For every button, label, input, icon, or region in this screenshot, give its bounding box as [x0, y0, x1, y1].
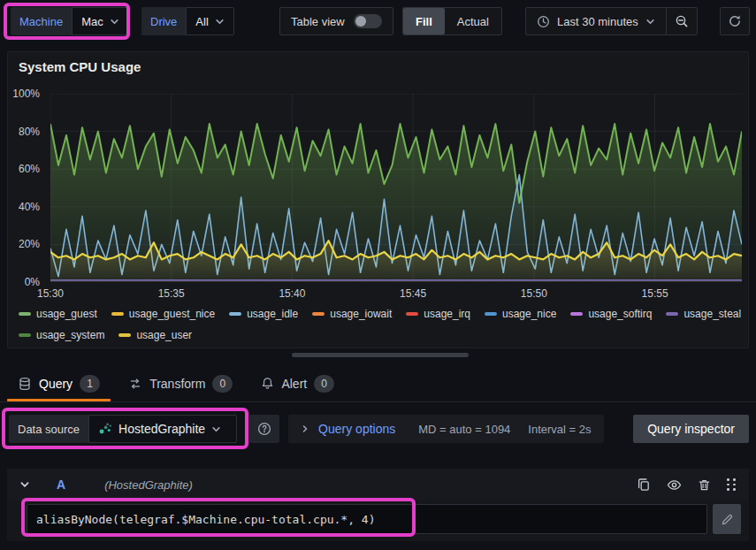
- query-row-datasource: (HostedGraphite): [104, 478, 193, 492]
- chart-legend: usage_guestusage_guest_niceusage_idleusa…: [19, 305, 744, 344]
- x-tick-label: 15:35: [158, 287, 185, 300]
- toggle-text-edit-button[interactable]: [713, 504, 741, 534]
- query-row-card: A (HostedGraphite): [7, 469, 749, 541]
- query-inspector-button[interactable]: Query inspector: [633, 415, 749, 443]
- legend-label: usage_guest_nice: [129, 305, 215, 323]
- legend-item[interactable]: usage_irq: [406, 305, 470, 323]
- datasource-row: Data source HostedGraphite Qu: [9, 415, 749, 443]
- collapse-chevron-icon[interactable]: [19, 479, 30, 490]
- tab-transform-count: 0: [212, 375, 233, 393]
- duplicate-query-icon[interactable]: [637, 477, 651, 492]
- interval-info: Interval = 2s: [528, 423, 591, 436]
- max-datapoints-info: MD = auto = 1094: [418, 423, 510, 436]
- graphite-datasource-icon: [98, 422, 112, 436]
- zoom-out-icon[interactable]: [667, 8, 697, 34]
- legend-swatch: [19, 312, 31, 316]
- drive-variable-group: Drive All: [141, 7, 234, 35]
- x-tick-label: 15:45: [400, 287, 426, 300]
- y-tick-label: 20%: [19, 238, 40, 250]
- refresh-button[interactable]: [720, 7, 750, 35]
- legend-label: usage_irq: [424, 305, 470, 323]
- legend-item[interactable]: usage_steal: [666, 305, 741, 323]
- legend-label: usage_nice: [502, 305, 556, 323]
- cpu-usage-panel: System CPU Usage 100%80%60%40%20%0% 15:3…: [7, 51, 749, 348]
- y-tick-label: 80%: [19, 126, 40, 138]
- time-picker-group: Last 30 minutes: [525, 7, 698, 35]
- legend-label: usage_steal: [683, 305, 741, 323]
- legend-item[interactable]: usage_guest_nice: [111, 305, 215, 323]
- delete-query-trash-icon[interactable]: [698, 478, 711, 492]
- drive-variable-dropdown[interactable]: All: [186, 7, 233, 35]
- legend-item[interactable]: usage_guest: [19, 305, 97, 323]
- legend-item[interactable]: usage_softirq: [570, 305, 652, 323]
- horizontal-scrollbar[interactable]: [292, 353, 469, 357]
- graphite-query-input[interactable]: [27, 504, 707, 534]
- legend-label: usage_guest: [36, 305, 97, 323]
- fill-actual-segmented: Fill Actual: [402, 7, 502, 35]
- legend-label: usage_system: [36, 326, 104, 344]
- drive-variable-value: All: [195, 15, 208, 28]
- pencil-icon: [721, 513, 734, 526]
- table-view-label: Table view: [291, 15, 345, 28]
- legend-swatch: [406, 312, 418, 316]
- machine-variable-label: Machine: [11, 7, 72, 35]
- legend-item[interactable]: usage_iowait: [312, 305, 392, 323]
- y-tick-label: 0%: [25, 276, 40, 288]
- legend-label: usage_iowait: [330, 305, 392, 323]
- query-row-actions: [637, 477, 737, 493]
- drag-handle-icon[interactable]: [727, 478, 737, 491]
- datasource-help-button[interactable]: [249, 415, 279, 443]
- chevron-down-icon: [215, 17, 225, 27]
- actual-button[interactable]: Actual: [445, 8, 501, 34]
- editor-tabs: Query 1 Transform 0 Alert 0: [0, 365, 756, 402]
- query-options-bar[interactable]: Query options MD = auto = 1094 Interval …: [288, 415, 603, 443]
- legend-swatch: [19, 333, 31, 337]
- query-ref-id: A: [57, 477, 65, 492]
- legend-label: usage_idle: [247, 305, 298, 323]
- bell-icon: [261, 377, 274, 390]
- legend-swatch: [485, 312, 497, 316]
- legend-item[interactable]: usage_system: [19, 326, 104, 344]
- legend-swatch: [312, 312, 325, 316]
- legend-item[interactable]: usage_user: [118, 326, 192, 344]
- x-axis: 15:3015:3515:4015:4515:5015:55: [50, 287, 742, 302]
- legend-item[interactable]: usage_nice: [485, 305, 556, 323]
- y-axis: 100%80%60%40%20%0%: [8, 94, 43, 282]
- tab-alert[interactable]: Alert 0: [250, 365, 345, 401]
- grafana-dashboard: Machine Mac Drive All Table view Fill Ac…: [0, 0, 756, 550]
- machine-variable-group: Machine Mac: [11, 7, 129, 35]
- y-tick-label: 100%: [12, 88, 40, 100]
- legend-swatch: [118, 333, 131, 337]
- x-tick-label: 15:55: [642, 287, 668, 300]
- y-tick-label: 60%: [19, 163, 40, 175]
- query-row-header[interactable]: A (HostedGraphite): [7, 469, 749, 500]
- legend-swatch: [111, 312, 124, 316]
- chevron-down-icon: [110, 17, 119, 27]
- tab-query-label: Query: [39, 377, 73, 391]
- fill-button[interactable]: Fill: [403, 8, 445, 34]
- tab-transform[interactable]: Transform 0: [118, 365, 243, 401]
- time-range-value: Last 30 minutes: [557, 15, 638, 28]
- legend-swatch: [570, 312, 583, 316]
- clock-icon: [537, 15, 550, 28]
- table-view-toggle[interactable]: [354, 14, 382, 28]
- hide-query-eye-icon[interactable]: [667, 477, 682, 493]
- tab-alert-label: Alert: [281, 377, 307, 391]
- time-range-button[interactable]: Last 30 minutes: [526, 8, 666, 34]
- y-tick-label: 40%: [19, 201, 40, 213]
- machine-variable-dropdown[interactable]: Mac: [72, 7, 129, 35]
- cpu-usage-chart[interactable]: [50, 94, 742, 282]
- legend-label: usage_user: [136, 326, 192, 344]
- legend-swatch: [666, 312, 678, 316]
- panel-title[interactable]: System CPU Usage: [19, 59, 141, 74]
- toggle-knob: [355, 16, 366, 27]
- legend-item[interactable]: usage_idle: [229, 305, 298, 323]
- tab-alert-count: 0: [314, 375, 334, 393]
- datasource-picker[interactable]: HostedGraphite: [88, 415, 237, 443]
- drive-variable-label: Drive: [141, 7, 186, 35]
- tab-query[interactable]: Query 1: [7, 365, 111, 401]
- datasource-value: HostedGraphite: [118, 422, 205, 436]
- legend-swatch: [229, 312, 241, 316]
- transform-icon: [128, 377, 142, 391]
- tab-transform-label: Transform: [149, 377, 205, 391]
